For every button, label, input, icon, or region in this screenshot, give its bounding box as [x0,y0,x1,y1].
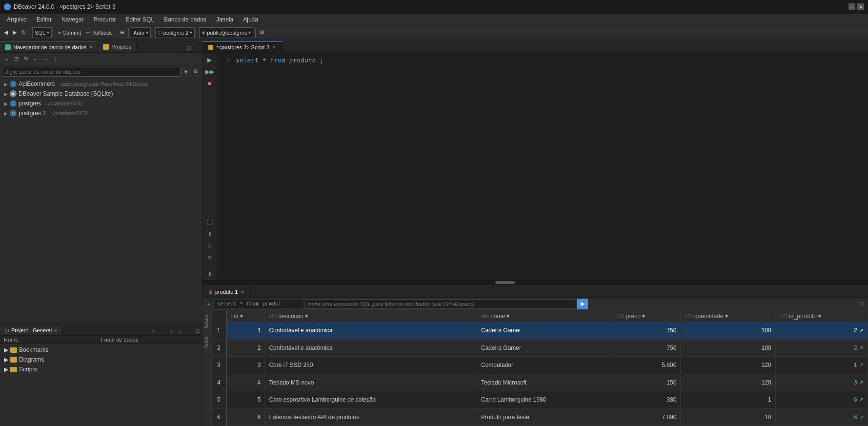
results-filter-input[interactable] [305,299,575,309]
table-row[interactable]: 11Confortável e anatômicaCadeira Gamer75… [212,322,868,340]
menu-editar[interactable]: Editar [32,15,57,24]
code-editor[interactable]: select * from produto ; [232,53,868,280]
tree-collapse-btn[interactable]: ⊟ [12,55,20,63]
tree-label: ApiEcommerc [19,81,55,87]
toolbar-back-btn[interactable]: ◀ [2,27,10,39]
sql-type-dropdown[interactable]: SQL ▾ [32,27,52,38]
grade-tab[interactable]: Grade [202,310,211,332]
log-icon[interactable]: ≡ [204,241,215,251]
tree-item-pg2[interactable]: ▶ ⬡ postgres 2 - localhost:5432 [0,108,202,118]
tree-new-btn[interactable]: + [2,55,11,63]
col-id-produto[interactable]: 123id_produto ▾ [775,311,868,322]
col-descricao[interactable]: abcdescricao ▾ [265,311,477,322]
tree-more-btn[interactable]: ⋮ [51,55,60,63]
rollback-button[interactable]: ↩ Rollback [84,27,114,39]
project-item-scripts[interactable]: ▶ Scripts [0,365,202,374]
tab-db-close[interactable]: ✕ [89,44,93,50]
col-id[interactable]: *id ▾ [226,311,265,322]
toolbar-extra-btn[interactable]: ⊞ [118,27,126,39]
editor-tab-close[interactable]: ✕ [272,44,276,50]
project-up-btn[interactable]: ↑ [167,326,176,335]
stop-btn[interactable]: ■ [204,78,215,89]
menu-janela[interactable]: Janela [211,15,238,24]
results-go-btn[interactable]: ▶ [577,299,588,309]
tree-item-api[interactable]: ▶ ⬡ ApiEcommerc - jdbc:postgresql://loca… [0,79,202,89]
editor-tab-script3[interactable]: *<postgres 2> Script-3 ✕ [202,41,283,52]
right-panel: *<postgres 2> Script-3 ✕ ▶ ▶▶ ■ ⛶ ⬇ ≡ ✕ … [202,40,868,426]
close-button[interactable]: ✕ [857,3,864,10]
project-item-bookmarks[interactable]: ▶ Bookmarks [0,345,202,355]
col-preco[interactable]: 123preco ▾ [612,311,681,322]
commit-button[interactable]: ● Commit [56,27,83,39]
tree-forward-btn[interactable]: → [41,55,50,63]
table-row[interactable]: 22Confortável e anatômicaCadeira Gamer75… [212,339,868,357]
clear-icon[interactable]: ✕ [204,252,215,263]
toolbar-refresh-btn[interactable]: ↻ [20,27,28,39]
col-nome[interactable]: abcnome ▾ [477,311,612,322]
tree-item-pg1[interactable]: ▶ ⬡ postgres - localhost:5432 [0,99,202,108]
toolbar-settings-btn[interactable]: ⚙ [258,27,266,39]
results-add-btn[interactable]: + [204,300,213,308]
tab-db-navigator[interactable]: Navegador de banco de dados ✕ [0,41,98,52]
cell-quantidade: 100 [681,322,775,340]
cell-descricao: Estamos testando API de produtos [265,408,477,426]
toolbar-more-btn[interactable]: ⋯ [267,27,277,39]
results-star-btn[interactable]: ⬡ [857,300,866,308]
down-arrow-icon[interactable]: ⬇ [204,269,215,280]
cell-quantidade: 100 [681,339,775,357]
texto-tab[interactable]: Texto [202,332,211,352]
col-nome-type: abc [481,314,489,319]
project-minimize-btn[interactable]: − [184,326,193,335]
tree-item-sqlite[interactable]: ▶ ■ DBeaver Sample Database (SQLite) [0,89,202,99]
sql-editor: ▶ ▶▶ ■ ⛶ ⬇ ≡ ✕ ⬇ 1 select * [202,53,868,284]
project-remove-btn[interactable]: − [158,326,167,335]
tree-refresh-btn[interactable]: ↻ [21,55,30,63]
panel-restore-btn[interactable]: □ [184,43,193,52]
schema-dropdown[interactable]: ◈ public@postgres ▾ [199,27,253,38]
connection-dropdown[interactable]: ⬡ postgres 2 ▾ [155,27,195,38]
table-row[interactable]: 44Teclado MS novoTeclado Microsoft150120… [212,374,868,391]
title-bar-controls[interactable]: ─ ✕ [848,3,864,10]
table-row[interactable]: 33Core i7 SSD 250Computador5.8001201 ↗ [212,357,868,374]
project-tab-close[interactable]: ✕ [54,328,58,333]
toolbar-forward-btn[interactable]: ▶ [11,27,19,39]
run-btn[interactable]: ▶ [204,55,215,65]
menu-ajuda[interactable]: Ajuda [238,15,263,24]
tab-project-general[interactable]: ⬡ Project - General ✕ [0,325,63,335]
results-tab-close[interactable]: ✕ [241,289,244,295]
tree-back-btn[interactable]: ← [31,55,40,63]
table-row[interactable]: 66Estamos testando API de produtosProdut… [212,408,868,426]
chevron-icon: ▶ [4,91,8,97]
menu-editor-sql[interactable]: Editor SQL [121,15,159,24]
projects-icon [103,44,109,50]
menu-arquivo[interactable]: Arquivo [2,15,32,24]
col-quantidade[interactable]: 123quantidade ▾ [681,311,775,322]
search-filter-btn[interactable]: ▼ [182,67,190,76]
results-table-body: 11Confortável e anatômicaCadeira Gamer75… [212,322,868,426]
tab-projects[interactable]: Projetos [98,41,136,52]
cell-id-produto: 3 ↗ [775,374,868,391]
project-down-btn[interactable]: ↓ [176,326,184,335]
table-row[interactable]: 55Caro esposrtivo Lamborguine de coleção… [212,391,868,409]
project-restore-btn[interactable]: □ [193,326,202,335]
auto-dropdown[interactable]: Auto ▾ [131,27,151,38]
search-settings-btn[interactable]: ⚙ [191,67,200,76]
project-new-btn[interactable]: + [149,326,158,335]
project-item-diagrams[interactable]: ▶ Diagrams [0,355,202,365]
scrollbar-thumb[interactable] [495,281,515,284]
sqlite-icon: ■ [10,90,17,97]
row-num-cell: 6 [212,408,226,426]
panel-minimize-btn[interactable]: − [176,43,184,52]
db-search-input[interactable] [2,67,181,77]
menu-procurar[interactable]: Procurar [88,15,121,24]
panel-more-btn[interactable]: ⋮ [193,43,202,52]
minimize-button[interactable]: ─ [848,3,855,10]
menu-banco-dados[interactable]: Banco de dados [159,15,211,24]
results-tab-produto1[interactable]: ⊞ produto 1 ✕ [202,286,251,297]
editor-scrollbar[interactable] [202,280,868,284]
toolbar-sep-7 [255,28,256,38]
run-script-btn[interactable]: ▶▶ [204,66,215,77]
export-icon[interactable]: ⬇ [204,229,215,240]
menu-navegar[interactable]: Navegar [57,15,88,24]
bookmark-icon[interactable]: ⛶ [204,217,215,228]
